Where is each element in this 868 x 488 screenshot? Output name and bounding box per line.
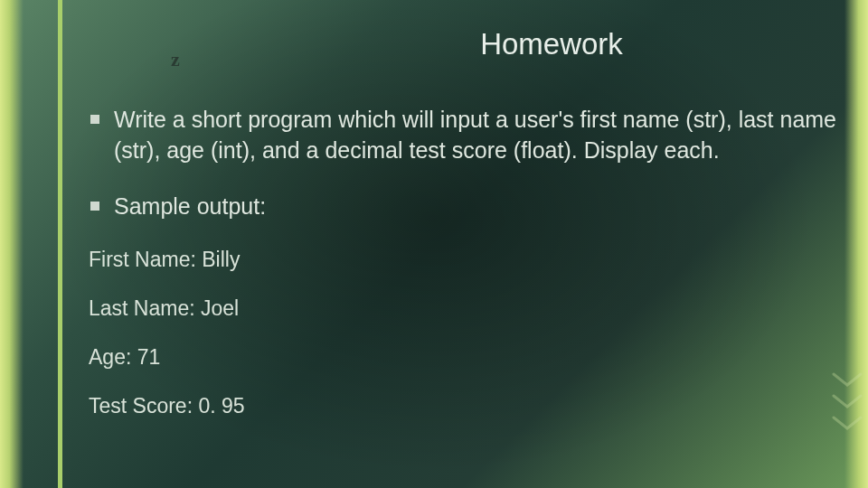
slide-title: Homework xyxy=(0,27,868,61)
edge-gradient-left xyxy=(0,0,24,488)
slide-content: Write a short program which will input a… xyxy=(89,105,841,442)
sample-line: First Name: Billy xyxy=(89,247,841,274)
bullet-item: Sample output: xyxy=(89,192,841,222)
bullet-text: Sample output: xyxy=(114,193,266,219)
bullet-text: Write a short program which will input a… xyxy=(114,107,836,163)
vertical-accent-bar xyxy=(58,0,62,488)
sample-output-block: First Name: Billy Last Name: Joel Age: 7… xyxy=(89,247,841,420)
sample-line: Age: 71 xyxy=(89,344,841,371)
bullet-item: Write a short program which will input a… xyxy=(89,105,841,166)
sample-line: Last Name: Joel xyxy=(89,296,841,323)
sample-line: Test Score: 0. 95 xyxy=(89,393,841,420)
slide: z Homework Write a short program which w… xyxy=(0,0,868,488)
